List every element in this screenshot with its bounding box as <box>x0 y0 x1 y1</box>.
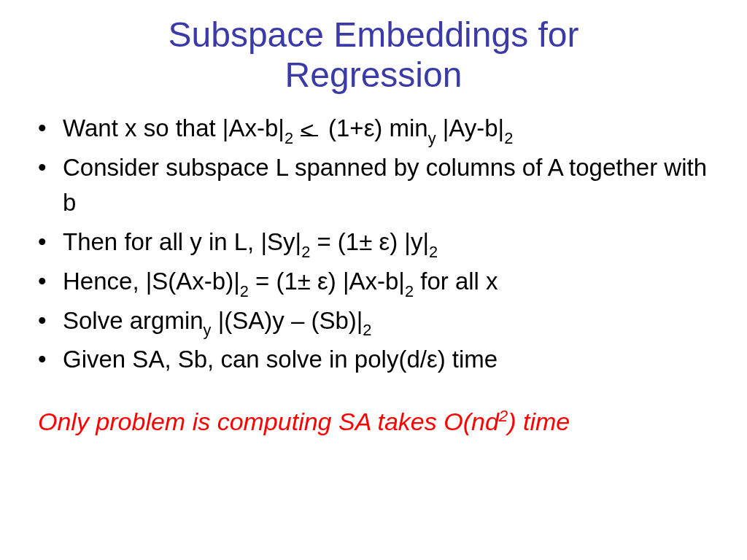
slide: Subspace Embeddings for Regression Want … <box>0 0 747 560</box>
bullet-4: Hence, |S(Ax-b)|2 = (1± ε) |Ax-b|2 for a… <box>35 264 718 299</box>
footer-b: ) time <box>508 408 570 435</box>
b1-seg-b: (1+ε) min <box>328 114 428 141</box>
b4-seg-b: = (1± ε) |Ax-b| <box>249 268 405 295</box>
bullet-list: Want x so that |Ax-b|2 (1+ε) miny |Ay-b|… <box>29 111 718 377</box>
b1-sub-3: 2 <box>504 129 513 147</box>
b1-seg-a: Want x so that |Ax-b| <box>63 114 285 141</box>
b3-seg-b: = (1± ε) |y| <box>310 228 429 255</box>
b5-sub-2: 2 <box>363 321 371 339</box>
leq-icon <box>300 115 322 139</box>
b5-sub-1: y <box>204 321 212 339</box>
b4-seg-a: Hence, |S(Ax-b)| <box>63 268 240 295</box>
footer-a: Only problem is computing SA takes O(nd <box>38 408 499 435</box>
bullet-6: Given SA, Sb, can solve in poly(d/ε) tim… <box>35 342 718 377</box>
title-line-2: Regression <box>285 55 462 94</box>
b3-seg-a: Then for all y in L, |Sy| <box>63 228 301 255</box>
b4-seg-c: for all x <box>414 268 498 295</box>
b3-sub-1: 2 <box>301 243 310 261</box>
b1-seg-c: |Ay-b| <box>436 114 505 141</box>
footer-note: Only problem is computing SA takes O(nd2… <box>29 408 718 436</box>
slide-title: Subspace Embeddings for Regression <box>29 15 718 95</box>
bullet-3: Then for all y in L, |Sy|2 = (1± ε) |y|2 <box>35 225 718 260</box>
b2-seg: Consider subspace L spanned by columns o… <box>63 154 707 216</box>
bullet-2: Consider subspace L spanned by columns o… <box>35 150 718 220</box>
bullet-5: Solve argminy |(SA)y – (Sb)|2 <box>35 303 718 338</box>
title-line-1: Subspace Embeddings for <box>168 15 578 54</box>
b5-seg-a: Solve argmin <box>63 307 204 334</box>
b4-sub-1: 2 <box>240 282 249 300</box>
b1-sub-2: y <box>428 129 436 147</box>
b4-sub-2: 2 <box>405 282 414 300</box>
footer-sup: 2 <box>499 407 508 425</box>
b3-sub-2: 2 <box>429 243 438 261</box>
bullet-1: Want x so that |Ax-b|2 (1+ε) miny |Ay-b|… <box>35 111 718 146</box>
b6-seg: Given SA, Sb, can solve in poly(d/ε) tim… <box>63 346 498 373</box>
b5-seg-b: |(SA)y – (Sb)| <box>211 307 363 334</box>
b1-sub-1: 2 <box>285 129 293 147</box>
